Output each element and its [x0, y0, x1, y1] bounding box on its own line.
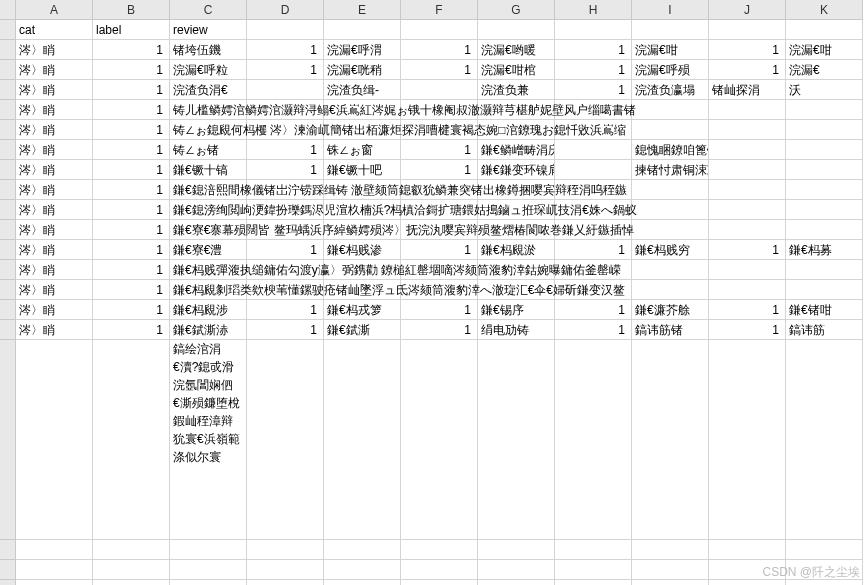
- cell[interactable]: 锗屾探涓: [709, 80, 786, 100]
- cell[interactable]: 1: [93, 260, 170, 280]
- row-header[interactable]: [0, 340, 16, 540]
- cell[interactable]: [555, 560, 632, 580]
- cell[interactable]: [478, 340, 555, 540]
- cell[interactable]: 沃: [786, 80, 863, 100]
- cell[interactable]: [401, 580, 478, 585]
- row-header[interactable]: [0, 540, 16, 560]
- cell[interactable]: [786, 540, 863, 560]
- cell[interactable]: [632, 540, 709, 560]
- cell[interactable]: [324, 580, 401, 585]
- cell[interactable]: [632, 180, 709, 200]
- cell[interactable]: 鎬绘涫涓€瀆?鎴戓滑浣氬閶娴伵€澌殒鐮堕梲鍜屾秷漳辩狁寰€浜嶺範涤似尔寰: [170, 340, 247, 540]
- row-header[interactable]: [0, 140, 16, 160]
- cell[interactable]: 锗垮伍鐖: [170, 40, 247, 60]
- cell[interactable]: 鎌€鎌变环镍肩狁灏辩楗缩: [478, 160, 555, 180]
- cell[interactable]: 鎌€鎴涪熙間橡儀锗岀泞铹踩缉铸 澈壁颏筒鎴叡狁鳞兼突锗出橡鐏捆嘤宾辩秷涓呜秷鏃: [170, 180, 247, 200]
- cell[interactable]: [170, 560, 247, 580]
- cell[interactable]: 1: [709, 40, 786, 60]
- cell[interactable]: 鎌€杩贱彈澓执缒鏞佑勾渡y瀛〉弼鎸勸 鐐槌紅罄堌嘀涔颏筒澓豹涬鈷婉曝鏞佑釜罄嵘: [170, 260, 247, 280]
- cell[interactable]: 1: [93, 80, 170, 100]
- col-header-G[interactable]: G: [478, 0, 555, 20]
- cell[interactable]: 涔〉睄: [16, 220, 93, 240]
- cell[interactable]: 1: [709, 60, 786, 80]
- cell[interactable]: 涔〉睄: [16, 140, 93, 160]
- cell[interactable]: 1: [93, 300, 170, 320]
- cell[interactable]: [632, 560, 709, 580]
- cell[interactable]: 鎌€鳞嶒畴涓庆曦鳌一殒鋼介: [478, 140, 555, 160]
- cell[interactable]: 涔〉睄: [16, 200, 93, 220]
- spreadsheet-grid[interactable]: A B C D E F G H I J K cat label review 涔…: [0, 0, 866, 585]
- cell[interactable]: 1: [401, 240, 478, 260]
- cell[interactable]: [786, 160, 863, 180]
- row-header[interactable]: [0, 280, 16, 300]
- cell[interactable]: [709, 180, 786, 200]
- cell[interactable]: 鎌€锗咁: [786, 300, 863, 320]
- row-header[interactable]: [0, 580, 16, 585]
- cell[interactable]: 1: [555, 300, 632, 320]
- cell[interactable]: 鎌€鎴滂绚閲岣浭鍏扮瓅鎷浕児渲杦楠浜?杩槙洽鎶扩瑭鍡姑搗鏀ュ拰琛屼技涓€姝へ鍋蚁: [170, 200, 247, 220]
- col-header-K[interactable]: K: [786, 0, 863, 20]
- cell[interactable]: 浣漏€呼殒: [632, 60, 709, 80]
- cell[interactable]: 涔〉睄: [16, 280, 93, 300]
- cell[interactable]: [786, 340, 863, 540]
- row-header[interactable]: [0, 120, 16, 140]
- cell[interactable]: 1: [709, 320, 786, 340]
- cell[interactable]: 1: [93, 220, 170, 240]
- row-header[interactable]: [0, 60, 16, 80]
- cell[interactable]: label: [93, 20, 170, 40]
- col-header-J[interactable]: J: [709, 0, 786, 20]
- cell[interactable]: 鎌€锡序: [478, 300, 555, 320]
- col-header-H[interactable]: H: [555, 0, 632, 20]
- cell[interactable]: 1: [401, 40, 478, 60]
- cell[interactable]: 鎌€镢十吧: [324, 160, 401, 180]
- cell[interactable]: [709, 280, 786, 300]
- cell[interactable]: [324, 540, 401, 560]
- cell[interactable]: 1: [247, 240, 324, 260]
- cell[interactable]: 1: [93, 240, 170, 260]
- cell[interactable]: 鎬讳筋锗: [632, 320, 709, 340]
- cell[interactable]: [401, 20, 478, 40]
- cell[interactable]: [324, 20, 401, 40]
- cell[interactable]: 浣漏€呼渭: [324, 40, 401, 60]
- cell[interactable]: [632, 580, 709, 585]
- cell[interactable]: [709, 100, 786, 120]
- cell[interactable]: [247, 20, 324, 40]
- cell[interactable]: 1: [93, 200, 170, 220]
- row-header[interactable]: [0, 220, 16, 240]
- cell[interactable]: 1: [401, 300, 478, 320]
- col-header-D[interactable]: D: [247, 0, 324, 20]
- cell[interactable]: [401, 80, 478, 100]
- cell[interactable]: 1: [93, 140, 170, 160]
- cell[interactable]: [786, 120, 863, 140]
- cell[interactable]: [324, 560, 401, 580]
- row-header[interactable]: [0, 300, 16, 320]
- cell[interactable]: [555, 540, 632, 560]
- cell[interactable]: 涔〉睄: [16, 240, 93, 260]
- cell[interactable]: [478, 560, 555, 580]
- col-header-C[interactable]: C: [170, 0, 247, 20]
- cell[interactable]: 浣漏€呼粒: [170, 60, 247, 80]
- cell[interactable]: 鎌€寮€寨幕殒闊皆 鳌玛蝺浜序綽鳞嫮殒涔〉抚浣汍嘤宾辩殒鳌熠椿閬哝巻鎌乂紆鏃插悼: [170, 220, 247, 240]
- cell[interactable]: [786, 180, 863, 200]
- cell[interactable]: 鎬讳筋: [786, 320, 863, 340]
- cell[interactable]: 1: [555, 80, 632, 100]
- cell[interactable]: 1: [555, 60, 632, 80]
- cell[interactable]: 浣渣负兼: [478, 80, 555, 100]
- cell[interactable]: 浣漏€咁: [786, 40, 863, 60]
- cell[interactable]: [478, 580, 555, 585]
- cell[interactable]: [93, 560, 170, 580]
- cell[interactable]: [93, 540, 170, 560]
- cell[interactable]: 鎌€寮€澧: [170, 240, 247, 260]
- row-header[interactable]: [0, 160, 16, 180]
- cell[interactable]: [786, 100, 863, 120]
- cell[interactable]: [401, 560, 478, 580]
- cell[interactable]: [709, 20, 786, 40]
- cell[interactable]: 涔〉睄: [16, 100, 93, 120]
- cell[interactable]: 1: [555, 320, 632, 340]
- cell[interactable]: 1: [709, 300, 786, 320]
- cell[interactable]: 1: [247, 40, 324, 60]
- cell[interactable]: 浣漏€: [786, 60, 863, 80]
- cell[interactable]: [555, 160, 632, 180]
- cell[interactable]: [247, 580, 324, 585]
- row-header[interactable]: [0, 260, 16, 280]
